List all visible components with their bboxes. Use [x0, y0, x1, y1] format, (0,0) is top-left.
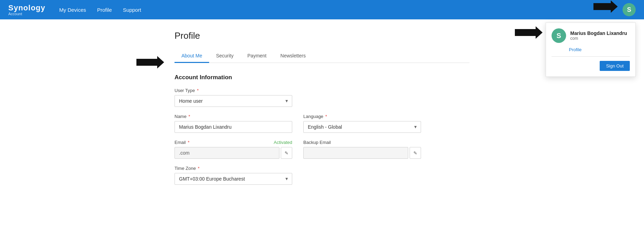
svg-marker-0 — [593, 0, 618, 13]
timezone-group: Time Zone * GMT+03:00 Europe BucharestGM… — [175, 166, 292, 185]
navbar-right: S S Marius Bogdan Lixandru com Profile S… — [623, 3, 636, 16]
account-form: Account Information User Type * Home use… — [175, 74, 469, 185]
brand: Synology Account — [8, 3, 45, 16]
brand-sub: Account — [8, 12, 22, 16]
navbar: Synology Account My Devices Profile Supp… — [0, 0, 644, 19]
backup-email-input — [303, 147, 408, 159]
email-input-row: ✎ — [175, 147, 292, 159]
user-dropdown: S Marius Bogdan Lixandru com Profile Sig… — [546, 22, 636, 77]
dropdown-email-domain: com — [570, 36, 627, 41]
name-language-row: Name * Language * English - GlobalEnglis… — [175, 114, 469, 133]
timezone-label: Time Zone * — [175, 166, 292, 171]
user-type-group: User Type * Home userBusiness user ▼ — [175, 88, 292, 107]
email-label: Email * Activated — [175, 140, 292, 145]
email-row: Email * Activated ✎ Backup Email ✎ — [175, 140, 469, 159]
email-input — [175, 147, 279, 159]
tab-security[interactable]: Security — [209, 49, 241, 63]
sign-out-button[interactable]: Sign Out — [600, 61, 630, 71]
name-label: Name * — [175, 114, 292, 119]
tab-about-me[interactable]: About Me — [175, 49, 209, 63]
dropdown-full-name: Marius Bogdan Lixandru — [570, 30, 627, 36]
nav-profile[interactable]: Profile — [97, 7, 112, 13]
brand-name: Synology — [8, 3, 45, 12]
dropdown-name-area: Marius Bogdan Lixandru com — [570, 30, 627, 41]
dropdown-profile-link[interactable]: Profile — [569, 47, 630, 52]
nav-support[interactable]: Support — [123, 7, 141, 13]
dropdown-user-info: S Marius Bogdan Lixandru com — [552, 28, 630, 43]
nav-links: My Devices Profile Support — [59, 7, 623, 13]
backup-email-edit-button[interactable]: ✎ — [410, 147, 421, 159]
svg-marker-1 — [515, 26, 543, 39]
tab-payment[interactable]: Payment — [241, 49, 274, 63]
name-input[interactable] — [175, 121, 292, 133]
arrow-to-avatar — [593, 0, 618, 13]
email-group: Email * Activated ✎ — [175, 140, 292, 159]
email-edit-button[interactable]: ✎ — [281, 147, 292, 159]
backup-email-label: Backup Email — [303, 140, 421, 145]
user-type-label: User Type * — [175, 88, 292, 93]
backup-email-group: Backup Email ✎ — [303, 140, 421, 159]
language-group: Language * English - GlobalEnglish - USD… — [303, 114, 421, 133]
language-select[interactable]: English - GlobalEnglish - USDeutschFranç… — [303, 121, 421, 133]
nav-my-devices[interactable]: My Devices — [59, 7, 86, 13]
dropdown-divider — [552, 56, 630, 57]
page-content: Profile About Me Security Payment Newsle… — [166, 19, 478, 203]
arrow-to-dropdown — [515, 26, 543, 39]
user-avatar[interactable]: S — [623, 3, 636, 16]
tab-newsletters[interactable]: Newsletters — [274, 49, 313, 63]
arrow-to-tab — [136, 56, 164, 68]
tabs: About Me Security Payment Newsletters — [175, 49, 469, 63]
timezone-select-wrapper: GMT+03:00 Europe BucharestGMT+00:00 UTCG… — [175, 173, 292, 185]
email-status: Activated — [274, 140, 292, 145]
svg-marker-2 — [136, 56, 164, 68]
user-type-select-wrapper: Home userBusiness user ▼ — [175, 95, 292, 107]
backup-email-input-row: ✎ — [303, 147, 421, 159]
section-title: Account Information — [175, 74, 469, 81]
user-type-select[interactable]: Home userBusiness user — [175, 95, 292, 107]
page-title: Profile — [175, 30, 469, 41]
dropdown-avatar: S — [552, 28, 566, 43]
timezone-select[interactable]: GMT+03:00 Europe BucharestGMT+00:00 UTCG… — [175, 173, 292, 185]
language-label: Language * — [303, 114, 421, 119]
user-type-row: User Type * Home userBusiness user ▼ — [175, 88, 469, 107]
name-group: Name * — [175, 114, 292, 133]
timezone-row: Time Zone * GMT+03:00 Europe BucharestGM… — [175, 166, 469, 185]
language-select-wrapper: English - GlobalEnglish - USDeutschFranç… — [303, 121, 421, 133]
